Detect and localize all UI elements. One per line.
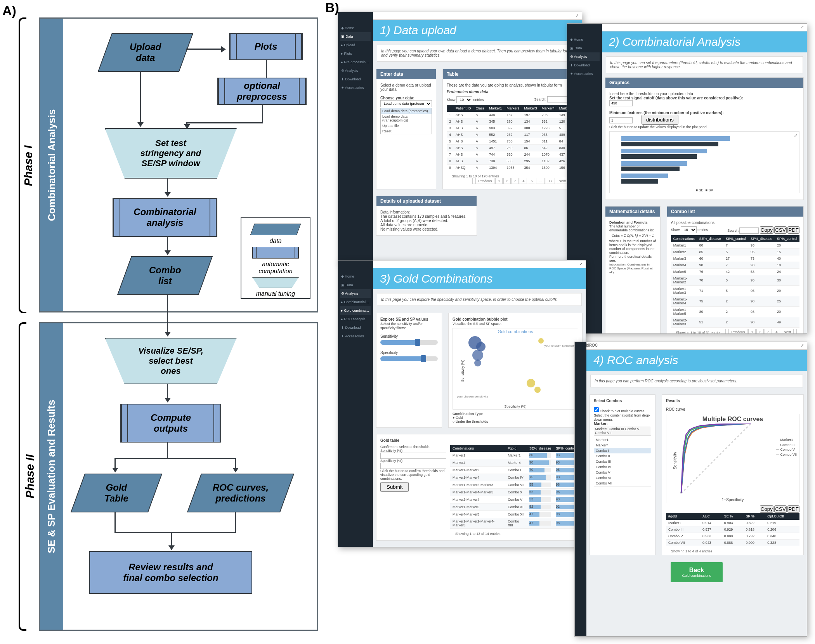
table-row[interactable]: Marker1-Marker4-Marker5Combo X5298 [450,489,578,496]
table-row[interactable]: 9AHSQA139410333541500156 [447,165,574,171]
sidebar-item-gold[interactable]: ▸ Gold combinations [340,306,371,315]
select-option[interactable]: Combo I [594,448,651,453]
pager-item[interactable]: 2 [756,329,764,334]
table-row[interactable]: Marker28559515 [671,249,799,255]
table-row[interactable]: 6AHSA49726086542830 [447,145,574,151]
table-row[interactable]: Marker1-Marker2Combo I7095 [450,467,578,474]
pager-item[interactable]: 3 [512,178,519,184]
table-row[interactable]: Marker1-Marker5Combo XI5292 [450,503,578,511]
data-select[interactable]: Load demo data (proteomics) [380,100,432,107]
table-pager[interactable]: Showing 1 to 10 of 170 entries Previous1… [447,171,574,185]
select-option[interactable]: Marker4 [594,443,651,448]
table-row[interactable]: Marker1-Marker2-Marker3Combo VII5598 [450,481,578,489]
copy-button[interactable]: Copy [760,505,773,513]
expand-icon[interactable]: ⤢ [801,25,804,30]
combolist-table[interactable]: CombinationsSE%_diseaseSE%_controlSP%_di… [671,235,799,328]
select-option[interactable]: Marker1 [594,437,651,443]
table-row[interactable]: Marker1-Marker58029820 [671,307,799,317]
combo-dropdown[interactable]: Marker1Marker4Combo ICombo IICombo IIICo… [594,437,651,486]
table-row[interactable]: Marker2-Marker35129849 [671,317,799,328]
pdf-button[interactable]: PDF [787,505,799,513]
table-row[interactable]: Marker18079320 [671,242,799,249]
pager-item[interactable]: 4 [520,178,527,184]
sidebar-nav[interactable]: ◆ Home ▣ Data ⚙ Analysis ▸ Combinatorial… [338,260,373,547]
pdf-button[interactable]: PDF [787,226,799,234]
roc-results-table[interactable]: #goldAUCSE %SP %Opt.CutOffMarker10.9140.… [666,513,799,546]
sidebar-item-plots[interactable]: ▸ Plots [340,49,371,58]
table-row[interactable]: Marker10.9140.9030.8220.219 [666,520,799,526]
sidebar-item-accessories[interactable]: ✦ Accessories [569,69,600,78]
expand-icon[interactable]: ⤢ [801,343,804,348]
pager-item[interactable]: 17 [546,178,555,184]
select-option[interactable]: Load demo data (transcriptomics) [381,114,432,123]
back-button[interactable]: BackGold combinations [671,562,723,582]
sidebar-nav[interactable]: ◆ Home ▣ Data ▸ Upload ▸ Plots ▸ Pre-pro… [338,12,373,264]
table-row[interactable]: Marker360277340 [671,255,799,262]
table-row[interactable]: Combo V0.9330.8890.7920.348 [666,533,799,540]
pager-item[interactable]: 1 [495,178,503,184]
sidebar-item-analysis[interactable]: ⚙ Analysis [340,289,371,298]
select-option[interactable]: Combo VII [594,481,651,486]
pager-item[interactable]: 5 [528,178,535,184]
table-row[interactable]: Marker2-Marker4Combo V5393 [450,496,578,503]
table-row[interactable]: Marker1-Marker47529825 [671,296,799,307]
table-row[interactable]: Combo III0.9370.9290.8180.206 [666,526,799,533]
copy-button[interactable]: Copy [760,226,773,234]
table-row[interactable]: Marker4-Marker5Combo XII4798 [450,511,578,518]
sidebar-item-combo[interactable]: ▸ Combinatorial analysis [340,298,371,306]
select-option[interactable]: Combo V [594,470,651,475]
table-row[interactable]: Marker4Marker49093 [450,459,578,467]
pager-item[interactable]: 2 [503,178,511,184]
select-option[interactable]: Load demo data (proteomics) [381,108,432,114]
cutoff-input[interactable] [609,100,633,106]
pager-item[interactable]: 1 [748,329,756,334]
sidebar-item-accessories[interactable]: ✦ Accessories [340,83,371,92]
sp-input[interactable] [380,463,446,469]
sidebar-item-download[interactable]: ⬇ Download [340,75,371,83]
table-row[interactable]: Marker1Marker18093 [450,452,578,459]
se-input[interactable] [380,453,446,459]
table-row[interactable]: 8AHSA7385052951182426 [447,158,574,165]
entries-control[interactable]: Show 10 entries [447,96,484,103]
search-control[interactable]: Search: Copy CSV PDF [727,226,799,234]
sidebar-item-home[interactable]: ◆ Home [569,35,600,44]
select-option[interactable]: Upload file [381,123,432,128]
sidebar-item-download[interactable]: ⬇ Download [569,61,600,69]
pager-item[interactable]: 4 [773,329,780,334]
specificity-slider[interactable] [380,356,438,361]
table-row[interactable]: Marker1-Marker2-Marker4-Marker5Combo XII… [450,518,578,529]
sidebar-item-data[interactable]: ▣ Data [569,44,600,52]
sidebar-item-upload[interactable]: ▸ Upload [340,41,371,49]
sidebar-item-home[interactable]: ◆ Home [340,272,371,281]
csv-button[interactable]: CSV [774,226,786,234]
sidebar-nav[interactable] [575,342,586,636]
entries-control[interactable]: Show 10 entries [671,226,708,234]
sidebar-item-analysis[interactable]: ⚙ Analysis [340,66,371,75]
sidebar-item-data[interactable]: ▣ Data [340,32,371,41]
submit-button[interactable]: Submit [380,482,409,492]
expand-icon[interactable]: ⤢ [579,262,583,267]
table-row[interactable]: Marker1-Marker27059530 [671,275,799,286]
sidebar-item-download[interactable]: ⬇ Download [340,323,371,332]
table-row[interactable]: Marker1-Marker4Combo IV7598 [450,474,578,481]
sensitivity-slider[interactable] [380,340,438,345]
table-row[interactable]: Combo VII0.9430.8880.9090.328 [666,540,799,546]
select-option[interactable]: Reset [381,128,432,134]
sidebar-item-analysis[interactable]: ⚙ Analysis [569,52,600,61]
pager-item[interactable]: Next [781,329,794,334]
pager-item[interactable]: Previous [475,178,494,184]
table-row[interactable]: Marker49079310 [671,262,799,269]
pager-item[interactable]: Previous [728,329,747,334]
sidebar-item-roc[interactable]: ▸ ROC analysis [340,315,371,323]
data-table[interactable]: Patient IDClassMarker1Marker2Marker3Mark… [447,105,574,171]
select-option[interactable]: Combo IV [594,464,651,470]
select-option[interactable]: Combo II [594,453,651,459]
table-pager[interactable]: Showing 1 to 10 of 31 entriesPrevious123… [671,328,799,334]
sidebar-item-home[interactable]: ◆ Home [340,24,371,32]
select-option[interactable]: Combo VI [594,475,651,481]
combo-chips[interactable]: Marker1 Combo III Combo V Combo VII [594,426,651,436]
minfeat-input[interactable] [609,117,633,123]
multi-checkbox[interactable]: Check to plot multiple curves [594,409,645,413]
table-row[interactable]: Marker576425824 [671,269,799,275]
select-option[interactable]: Combo III [594,459,651,464]
